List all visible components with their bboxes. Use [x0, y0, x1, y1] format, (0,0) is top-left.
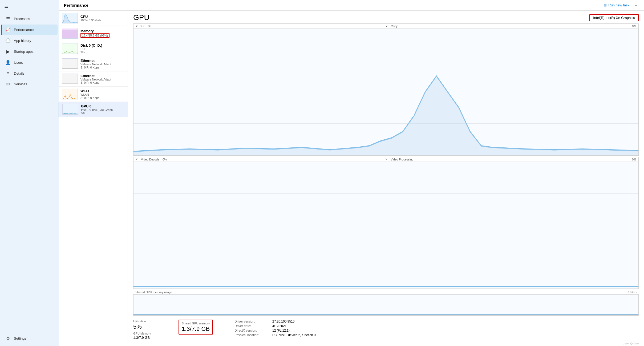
wifi-sub2: S: 0 R: 0 Kbps — [80, 96, 124, 99]
sidebar-item-app-history[interactable]: 🕐 App history — [1, 35, 58, 46]
settings-icon: ⚙ — [5, 336, 11, 341]
app-history-icon: 🕐 — [5, 38, 11, 43]
hamburger-icon[interactable]: ☰ — [4, 5, 9, 11]
shared-memory-max: 7.9 GB — [627, 291, 637, 294]
svg-marker-10 — [133, 76, 638, 156]
utilization-value: 5% — [133, 323, 176, 330]
disk-name: Disk 0 (C: D:) — [80, 43, 124, 47]
ethernet2-name: Ethernet — [80, 74, 124, 78]
driver-version-row: Driver version: 27.20.100.9510 — [234, 320, 639, 323]
perf-item-cpu[interactable]: CPU 100% 3.30 GHz — [59, 11, 128, 26]
cpu-sparkline-chart — [62, 13, 78, 23]
processes-icon: ☰ — [5, 16, 11, 21]
ethernet1-sub2: S: 0 R: 0 Kbps — [80, 66, 124, 69]
sidebar-item-services[interactable]: ⚙ Services — [1, 79, 58, 89]
wifi-sub1: WLAN — [80, 93, 124, 96]
gpu0-info: GPU 0 Intel(R) Iris(R) Xe Graphi 5% — [81, 104, 124, 115]
gpu0-sub2: 5% — [81, 111, 124, 115]
video-decode-chart-section: ∨ Video Decode 0% ∨ Video Processing 0% — [133, 157, 639, 289]
perf-item-wifi[interactable]: Wi-Fi WLAN S: 0 R: 0 Kbps — [59, 87, 128, 102]
sidebar-item-performance[interactable]: 📈 Performance — [1, 25, 58, 35]
svg-rect-4 — [62, 43, 78, 54]
page-title: Performance — [64, 3, 88, 7]
3d-copy-labels: ∨ 3D 5% ∨ Copy 0% — [133, 24, 638, 29]
gpu-detail-panel: GPU Intel(R) Iris(R) Xe Graphics ∨ 3D 5%… — [128, 11, 644, 346]
perf-item-ethernet2[interactable]: Ethernet VMware Network Adapt S: 0 R: 0 … — [59, 71, 128, 87]
3d-pct: 5% — [147, 25, 151, 28]
gpu-header: GPU Intel(R) Iris(R) Xe Graphics — [128, 11, 644, 23]
directx-label: DirectX version: — [234, 329, 269, 332]
shared-gpu-memory-block: Shared GPU memory 1.3/7.9 GB — [179, 320, 232, 340]
gpu-name-box: Intel(R) Iris(R) Xe Graphics — [589, 14, 639, 21]
video-decode-labels: ∨ Video Decode 0% ∨ Video Processing 0% — [133, 157, 638, 162]
vdecode-pct: 0% — [163, 158, 167, 161]
shared-memory-label-row: Shared GPU memory usage 7.9 GB — [133, 290, 639, 294]
watermark: CSDN @share — [128, 342, 644, 346]
sidebar-item-processes[interactable]: ☰ Processes — [1, 14, 58, 24]
perf-item-disk[interactable]: Disk 0 (C: D:) SSD 2% — [59, 41, 128, 56]
driver-date-value: 4/12/2021 — [272, 324, 286, 328]
ethernet1-name: Ethernet — [80, 59, 124, 63]
disk-sub2: 2% — [80, 51, 124, 54]
wifi-info: Wi-Fi WLAN S: 0 R: 0 Kbps — [80, 89, 124, 99]
sidebar: ☰ ☰ Processes 📈 Performance 🕐 App histor… — [0, 0, 59, 346]
sidebar-item-settings[interactable]: ⚙ Settings — [1, 333, 58, 344]
vproc-arrow: ∨ — [385, 158, 387, 161]
sidebar-item-label: Settings — [14, 336, 26, 340]
topbar-actions: ⊞ Run new task ··· — [602, 2, 639, 8]
ethernet1-sub1: VMware Network Adapt — [80, 63, 124, 66]
driver-date-label: Driver date: — [234, 324, 269, 328]
run-new-task-button[interactable]: ⊞ Run new task — [602, 2, 631, 8]
utilization-label: Utilization — [133, 320, 176, 323]
physical-location-row: Physical location: PCI bus 0, device 2, … — [234, 333, 639, 337]
run-task-icon: ⊞ — [604, 3, 607, 7]
cpu-sub: 100% 3.30 GHz — [80, 19, 124, 22]
sidebar-item-users[interactable]: 👤 Users — [1, 57, 58, 68]
vproc-pct-right: 0% — [632, 158, 636, 161]
gpu-memory-block: GPU Memory 1.3/7.9 GB — [133, 332, 176, 340]
sidebar-item-startup-apps[interactable]: ▶ Startup apps — [1, 46, 58, 57]
shared-gpu-memory-value: 1.3/7.9 GB — [182, 325, 210, 332]
vdecode-arrow: ∨ — [136, 158, 138, 161]
perf-item-ethernet1[interactable]: Ethernet VMware Network Adapt S: 0 R: 0 … — [59, 56, 128, 71]
ethernet2-sub1: VMware Network Adapt — [80, 78, 124, 81]
vproc-label: Video Processing — [391, 158, 413, 161]
disk-sparkline-chart — [62, 43, 78, 54]
main-panel: Performance ⊞ Run new task ··· — [59, 0, 644, 346]
ethernet1-info: Ethernet VMware Network Adapt S: 0 R: 0 … — [80, 59, 124, 69]
gpu-memory-label: GPU Memory — [133, 332, 176, 335]
startup-icon: ▶ — [5, 49, 11, 54]
services-icon: ⚙ — [5, 82, 11, 87]
gpu-title: GPU — [133, 13, 149, 22]
ethernet2-info: Ethernet VMware Network Adapt S: 0 R: 0 … — [80, 74, 124, 84]
more-options-button[interactable]: ··· — [635, 2, 639, 8]
ethernet2-sparkline-chart — [62, 74, 78, 84]
copy-arrow: ∨ — [386, 24, 388, 28]
disk-info: Disk 0 (C: D:) SSD 2% — [80, 43, 124, 54]
svg-marker-3 — [62, 30, 78, 38]
physical-location-label: Physical location: — [234, 333, 269, 337]
utilization-block: Utilization 5% GPU Memory 1.3/7.9 GB — [133, 320, 176, 340]
driver-version-label: Driver version: — [234, 320, 269, 323]
gpu0-sub1: Intel(R) Iris(R) Xe Graphi — [81, 108, 124, 111]
shared-memory-label: Shared GPU memory usage — [135, 291, 172, 294]
memory-name: Memory — [80, 29, 124, 33]
perf-item-memory[interactable]: Memory 15.4/15.8 GB (97%) — [59, 26, 128, 41]
wifi-sparkline-chart — [62, 89, 78, 99]
ethernet2-sub2: S: 0 R: 0 Kbps — [80, 81, 124, 84]
svg-rect-7 — [62, 89, 78, 99]
gpu-memory-value: 1.3/7.9 GB — [133, 336, 176, 340]
content-area: CPU 100% 3.30 GHz Memory 15.4/15.8 GB (9… — [59, 11, 644, 346]
driver-info-block: Driver version: 27.20.100.9510 Driver da… — [234, 320, 639, 340]
sidebar-item-label: Services — [14, 82, 27, 86]
sidebar-item-details[interactable]: ≡ Details — [1, 68, 58, 78]
sidebar-item-label: Performance — [14, 28, 34, 32]
gpu0-sparkline-chart — [62, 104, 78, 115]
perf-item-gpu0[interactable]: GPU 0 Intel(R) Iris(R) Xe Graphi 5% — [59, 102, 128, 117]
directx-row: DirectX version: 12 (FL 12.1) — [234, 329, 639, 332]
sidebar-header: ☰ — [0, 2, 59, 13]
shared-memory-canvas — [133, 295, 638, 315]
memory-sub: 15.4/15.8 GB (97%) — [80, 33, 110, 38]
sidebar-item-label: Users — [14, 61, 23, 65]
memory-info: Memory 15.4/15.8 GB (97%) — [80, 29, 124, 38]
